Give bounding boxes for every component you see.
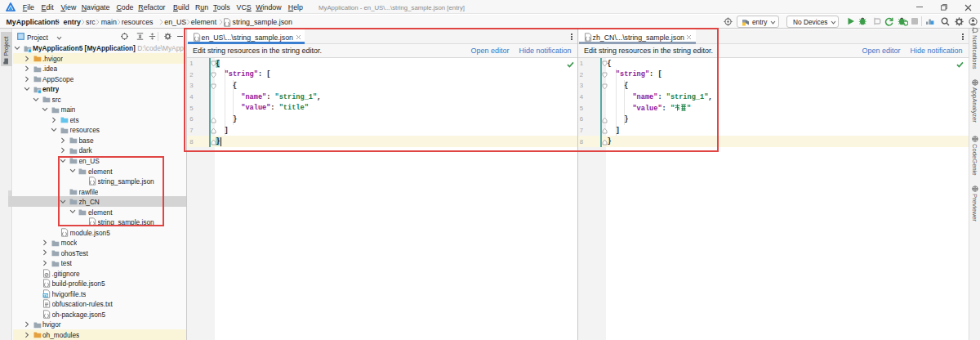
svg-text:TS: TS bbox=[42, 293, 47, 298]
